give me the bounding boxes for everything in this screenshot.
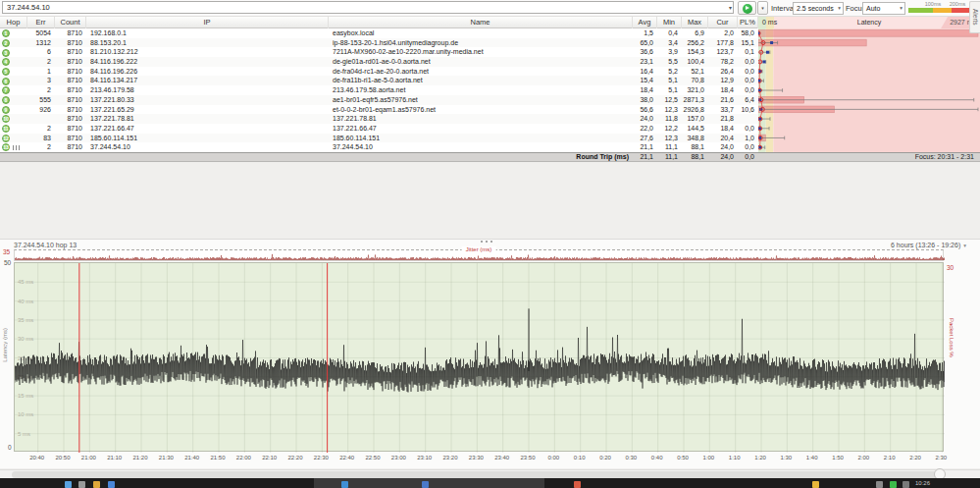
- col-header-ip[interactable]: IP: [86, 17, 329, 28]
- hop-min-cell: 3,9: [657, 47, 682, 57]
- timeline-plot[interactable]: 45 ms40 ms35 ms30 ms25 ms20 ms15 ms10 ms…: [14, 262, 944, 452]
- app-icon-4[interactable]: [422, 481, 429, 488]
- x-tick-label: 22:20: [288, 455, 303, 461]
- hop-ip-cell: 185.60.114.151: [86, 134, 329, 143]
- table-header: HopErrCountIPNameAvgMinMaxCurPL% 0 ms La…: [0, 17, 980, 28]
- x-tick-label: 2:30: [936, 455, 948, 461]
- hop-cell: 5: [0, 67, 27, 77]
- app-icon-3[interactable]: [108, 481, 115, 488]
- col-header-max[interactable]: Max: [682, 17, 708, 28]
- hop-max-cell: 321,0: [682, 85, 708, 95]
- alerts-tab[interactable]: Alerts: [969, 1, 980, 33]
- hop-min-cell: 11,1: [657, 142, 682, 152]
- hop-min-cell: 5,1: [657, 76, 682, 85]
- play-icon: [743, 4, 752, 14]
- hop-count-cell: 8710: [55, 142, 86, 152]
- app-icon-5[interactable]: [812, 481, 819, 488]
- hop-cur-cell: 177,8: [708, 38, 738, 48]
- target-input[interactable]: [3, 2, 723, 13]
- hop-avg-cell: 18,4: [633, 85, 657, 95]
- hop-ip-cell: 137.221.66.47: [86, 124, 329, 134]
- hop-max-cell: 100,4: [682, 57, 708, 67]
- active-taskbar-button[interactable]: [314, 478, 544, 488]
- tray-icon-1[interactable]: [876, 481, 883, 488]
- hop-err-cell: 83: [27, 134, 55, 143]
- hop-number-badge: 9: [2, 106, 10, 114]
- app-icon-1[interactable]: [65, 481, 72, 488]
- hop-number-badge: 6: [2, 78, 10, 85]
- summary-max: 88,1: [682, 153, 708, 161]
- hop-pl-cell: 15,1: [738, 38, 758, 48]
- col-header-hop[interactable]: Hop: [0, 17, 27, 28]
- hop-pl-cell: 0,0: [738, 57, 758, 67]
- timeline-graph-icon: [13, 145, 20, 150]
- hop-name-cell: 37.244.54.10: [329, 142, 633, 152]
- x-tick-label: 21:10: [107, 455, 122, 461]
- hop-cur-cell: 18,4: [708, 124, 738, 134]
- interval-select[interactable]: 2.5 seconds▾: [793, 2, 844, 15]
- hop-max-cell: 154,3: [682, 47, 708, 57]
- col-header-min[interactable]: Min: [657, 17, 682, 28]
- hop-err-cell: 926: [27, 105, 55, 115]
- round-trip-row[interactable]: Round Trip (ms)21,111,188,124,00,0Focus:…: [0, 152, 980, 162]
- hop-min-cell: 12,3: [657, 105, 682, 115]
- hop-cur-cell: 21,8: [708, 114, 738, 124]
- hop-max-cell: 157,0: [682, 114, 708, 124]
- x-tick-label: 23:10: [417, 455, 432, 461]
- x-tick-label: 1:00: [703, 455, 715, 461]
- summary-spacer: [86, 153, 329, 161]
- chevron-down-icon: ▾: [900, 3, 903, 14]
- timeline-scrollbar[interactable]: [0, 469, 980, 478]
- hop-rows: 150548710192.168.0.1easybox.local1,50,46…: [0, 28, 980, 152]
- scrollbar-thumb[interactable]: [12, 471, 940, 478]
- trace-options-dropdown-button[interactable]: ▾: [757, 1, 768, 15]
- hop-pl-cell: 6,4: [738, 95, 758, 105]
- x-tick-label: 22:50: [366, 455, 381, 461]
- focus-value: Auto: [866, 5, 880, 12]
- x-tick-label: 23:30: [469, 455, 484, 461]
- x-tick-label: 2:10: [884, 455, 896, 461]
- col-header-avg[interactable]: Avg: [633, 17, 657, 28]
- hop-cell: 2: [0, 38, 27, 48]
- hop-number-badge: 7: [2, 86, 10, 94]
- app-icon-2[interactable]: [78, 481, 85, 488]
- hop-cell: 8: [0, 95, 27, 105]
- x-tick-label: 20:40: [29, 455, 44, 461]
- hop-name-cell: 137.221.66.47: [329, 124, 633, 134]
- col-header-pl[interactable]: PL%: [738, 17, 758, 28]
- hop-cur-cell: 21,6: [708, 95, 738, 105]
- hop-avg-cell: 16,4: [633, 67, 657, 77]
- pingplotter-icon[interactable]: [341, 481, 348, 488]
- chrome-icon[interactable]: [93, 481, 100, 488]
- jitter-strip: Jitter (ms): [14, 249, 944, 261]
- col-header-count[interactable]: Count: [55, 17, 86, 28]
- target-dropdown-icon[interactable]: ▾: [729, 3, 732, 13]
- tray-icon-2[interactable]: [903, 481, 909, 488]
- hop-cell: 6: [0, 76, 27, 85]
- hop-avg-cell: 24,0: [633, 114, 657, 124]
- hop-min-cell: 5,5: [657, 57, 682, 67]
- hop-number-badge: 11: [2, 125, 10, 133]
- tray-status-icon[interactable]: [890, 481, 897, 488]
- col-header-cur[interactable]: Cur: [708, 17, 738, 28]
- browser-icon[interactable]: [574, 481, 581, 488]
- x-tick-label: 22:30: [314, 455, 329, 461]
- hop-ip-cell: 192.168.0.1: [86, 28, 329, 38]
- latency-axis-max-label: 50: [4, 259, 11, 266]
- hop-ip-cell: 88.153.20.1: [86, 38, 329, 48]
- col-header-name[interactable]: Name: [329, 17, 633, 28]
- hop-cur-cell: 123,7: [708, 47, 738, 57]
- loss-axis-max-label: 30: [947, 264, 954, 271]
- hop-number-badge: 3: [2, 49, 10, 57]
- col-header-err[interactable]: Err: [27, 17, 55, 28]
- x-tick-label: 0:00: [548, 455, 560, 461]
- hop-number-badge: 13: [2, 143, 10, 151]
- hop-pl-cell: [738, 114, 758, 124]
- hop-cur-cell: 33,7: [708, 105, 738, 115]
- focus-select[interactable]: Auto▾: [862, 2, 905, 15]
- x-tick-label: 21:40: [184, 455, 199, 461]
- latency-axis-min-label: 0: [8, 444, 12, 451]
- start-trace-button[interactable]: [738, 1, 756, 15]
- hop-number-badge: 4: [2, 58, 10, 66]
- splitter-handle[interactable]: [0, 239, 980, 244]
